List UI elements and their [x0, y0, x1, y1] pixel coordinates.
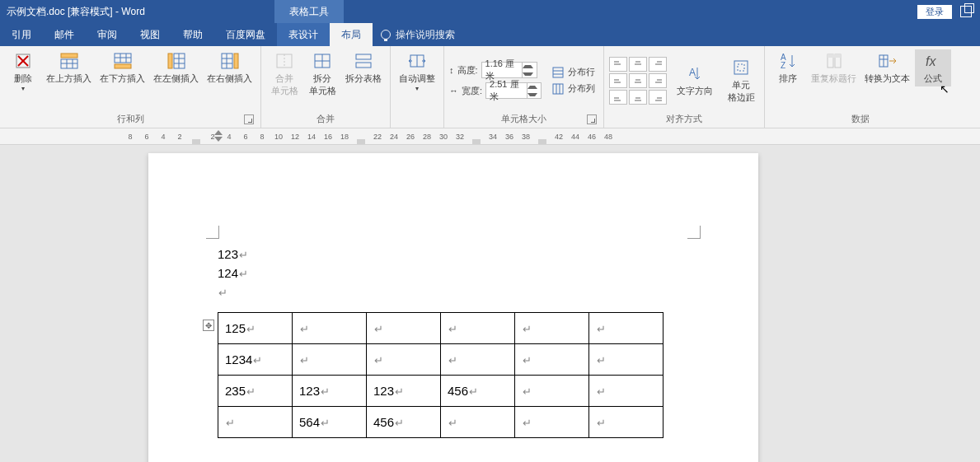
table-cell[interactable]: ↵: [367, 344, 441, 376]
distribute-rows-button[interactable]: 分布行: [548, 65, 598, 80]
dialog-launcher-cell-size[interactable]: [587, 114, 597, 124]
tab-layout[interactable]: 布局: [330, 23, 373, 46]
table-cell[interactable]: ↵: [441, 344, 515, 376]
convert-to-text-icon: [876, 51, 899, 71]
table-cell[interactable]: ↵: [589, 376, 663, 407]
table-cell[interactable]: 235↵: [218, 376, 293, 407]
paragraph[interactable]: ↵: [218, 285, 663, 299]
table-cell[interactable]: 456↵: [367, 407, 441, 438]
table-cell[interactable]: 123↵: [293, 376, 367, 407]
merge-cells-button[interactable]: 合并 单元格: [266, 49, 302, 99]
distribute-cols-icon: [551, 82, 565, 96]
document-area[interactable]: 123↵ 124↵ ↵ 125↵↵↵↵↵↵1234↵↵↵↵↵↵235↵123↵1…: [0, 145, 980, 462]
height-input[interactable]: 1.16 厘米: [481, 62, 537, 78]
tab-mailings[interactable]: 邮件: [43, 23, 86, 46]
convert-to-text-button[interactable]: 转换为文本: [861, 49, 913, 86]
insert-below-icon: [111, 51, 134, 71]
sort-button[interactable]: AZ 排序: [770, 49, 806, 86]
table-cell[interactable]: 125↵: [218, 313, 293, 344]
table-cell[interactable]: ↵: [293, 313, 367, 344]
table-cell[interactable]: 564↵: [293, 407, 367, 438]
align-bot-right[interactable]: [649, 90, 667, 105]
table-cell[interactable]: 456↵: [441, 376, 515, 407]
table-cell[interactable]: ↵: [218, 407, 293, 438]
align-top-right[interactable]: [649, 57, 667, 72]
tab-help[interactable]: 帮助: [171, 23, 214, 46]
svg-rect-58: [738, 64, 744, 71]
table-cell[interactable]: ↵: [441, 313, 515, 344]
group-label-cell-size: 单元格大小: [501, 111, 546, 128]
distribute-cols-button[interactable]: 分布列: [548, 82, 598, 96]
distribute-rows-icon: [551, 66, 565, 79]
width-input[interactable]: 2.51 厘米: [485, 82, 542, 99]
table-cell[interactable]: ↵: [589, 313, 663, 344]
table-cell[interactable]: ↵: [589, 344, 663, 376]
table-cell[interactable]: ↵: [515, 313, 589, 344]
restore-window-icon[interactable]: [960, 6, 972, 17]
svg-rect-57: [734, 61, 748, 74]
align-mid-left[interactable]: [609, 73, 627, 88]
tab-view[interactable]: 视图: [129, 23, 171, 46]
svg-text:fx: fx: [926, 54, 936, 68]
login-button[interactable]: 登录: [917, 5, 952, 19]
align-mid-center[interactable]: [629, 73, 647, 88]
dialog-launcher-rows-cols[interactable]: [244, 114, 254, 124]
table-move-handle[interactable]: ✥: [203, 320, 214, 331]
tell-me-search[interactable]: 操作说明搜索: [373, 23, 463, 46]
table-cell[interactable]: ↵: [367, 313, 441, 344]
insert-left-button[interactable]: 在左侧插入: [150, 49, 202, 86]
table-cell[interactable]: ↵: [515, 376, 589, 407]
split-cells-button[interactable]: 拆分 单元格: [304, 49, 340, 99]
tab-review[interactable]: 审阅: [86, 23, 129, 46]
svg-rect-32: [553, 68, 563, 77]
table-cell[interactable]: ↵: [589, 407, 663, 438]
insert-right-button[interactable]: 在右侧插入: [204, 49, 256, 86]
group-label-rows-cols: 行和列: [117, 111, 144, 128]
paragraph[interactable]: 124↵: [218, 266, 663, 280]
formula-button[interactable]: fx 公式: [915, 49, 951, 86]
tab-references[interactable]: 引用: [0, 23, 43, 46]
table-cell[interactable]: 123↵: [367, 376, 441, 407]
align-top-left[interactable]: [609, 57, 627, 72]
svg-rect-35: [553, 84, 563, 94]
delete-button[interactable]: 删除 ▾: [5, 49, 41, 94]
cell-margins-button[interactable]: 单元 格边距: [723, 56, 759, 105]
tab-baidu-drive[interactable]: 百度网盘: [214, 23, 277, 46]
insert-below-button[interactable]: 在下方插入: [96, 49, 148, 86]
repeat-header-button[interactable]: 重复标题行: [808, 49, 860, 86]
table-cell[interactable]: ↵: [441, 407, 515, 438]
document-table[interactable]: 125↵↵↵↵↵↵1234↵↵↵↵↵↵235↵123↵123↵456↵↵↵↵56…: [218, 312, 663, 438]
insert-above-icon: [58, 51, 81, 71]
repeat-header-icon: [823, 51, 846, 71]
insert-above-button[interactable]: 在上方插入: [43, 49, 95, 86]
svg-rect-63: [828, 54, 841, 58]
svg-rect-17: [168, 54, 172, 68]
split-table-icon: [352, 51, 375, 71]
align-mid-right[interactable]: [649, 73, 667, 88]
table-cell[interactable]: ↵: [515, 344, 589, 376]
title-bar: 示例文档.doc [兼容模式] - Word 表格工具 登录: [0, 0, 980, 23]
indent-marker[interactable]: [214, 130, 223, 142]
table-cell[interactable]: ↵: [515, 407, 589, 438]
table-cell[interactable]: 1234↵: [218, 344, 293, 376]
text-direction-button[interactable]: A 文字方向: [673, 62, 716, 99]
autofit-button[interactable]: 自动调整 ▾: [396, 49, 438, 94]
paragraph[interactable]: 123↵: [218, 247, 663, 261]
horizontal-ruler[interactable]: 8642246810121416182224262830323436384244…: [0, 128, 980, 145]
tab-table-design[interactable]: 表设计: [277, 23, 330, 46]
delete-icon: [12, 51, 35, 71]
align-bot-left[interactable]: [609, 90, 627, 105]
align-bot-center[interactable]: [629, 90, 647, 105]
align-top-center[interactable]: [629, 57, 647, 72]
crop-mark-tl: [206, 226, 219, 239]
split-table-button[interactable]: 拆分表格: [342, 49, 385, 86]
svg-rect-12: [115, 64, 131, 68]
ribbon: 删除 ▾ 在上方插入 在下方插入 在左侧插入 在右侧插入 行和列: [0, 46, 980, 128]
window-title: 示例文档.doc [兼容模式] - Word: [7, 5, 145, 19]
svg-text:Z: Z: [781, 61, 785, 70]
width-label: 宽度:: [462, 85, 482, 97]
split-cells-icon: [311, 51, 334, 71]
text-direction-icon: A: [683, 63, 706, 83]
table-cell[interactable]: ↵: [293, 344, 367, 376]
page: 123↵ 124↵ ↵ 125↵↵↵↵↵↵1234↵↵↵↵↵↵235↵123↵1…: [148, 153, 758, 462]
